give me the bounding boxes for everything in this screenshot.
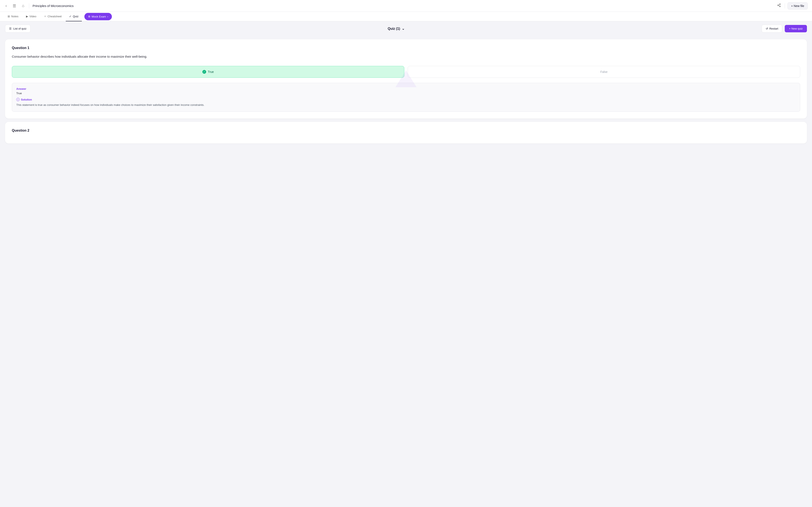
restart-button[interactable]: ↺ Restart [762,25,782,33]
page-title: Principles of Microeconomics [33,4,73,8]
tab-cheatsheet-label: Cheatsheet [48,15,62,18]
toolbar: ☰ List of quiz Quiz (1) ⌄ ↺ Restart + Ne… [0,21,812,36]
tab-quiz-label: Quiz [73,15,79,18]
menu-button[interactable]: ☰ [11,2,17,9]
quiz-title-button[interactable]: Quiz (1) ⌄ [388,26,405,31]
solution-label: i Solution [16,98,796,101]
tab-video[interactable]: ▶ Video [22,12,40,21]
check-icon: ✓ [202,70,206,74]
tab-video-label: Video [30,15,36,18]
new-quiz-label: + New quiz [789,27,803,30]
share-icon [777,3,781,7]
question-1-text: Consumer behavior describes how individu… [12,54,800,59]
restart-icon: ↺ [766,27,768,30]
true-label: True [208,70,214,73]
toolbar-center: Quiz (1) ⌄ [388,26,405,31]
svg-point-1 [777,5,778,6]
back-icon: ‹ [5,4,7,8]
solution-label-text: Solution [21,98,32,101]
tab-cheatsheet[interactable]: ✧ Cheatsheet [41,12,65,21]
tab-mock-exam-label: Mock Exam [92,15,106,18]
header-divider [29,3,29,8]
tab-notes[interactable]: ⊞ Notes [4,12,22,21]
list-of-quiz-label: List of quiz [13,27,27,30]
info-icon: i [16,98,20,101]
chevron-down-icon: ⌄ [402,26,405,31]
svg-line-4 [778,4,780,5]
watermark-logo [393,68,419,89]
svg-point-0 [779,4,780,5]
false-answer-button[interactable]: False [408,66,800,78]
toolbar-right: ↺ Restart + New quiz [762,25,807,33]
svg-point-2 [779,6,780,7]
list-icon: ☰ [9,27,12,30]
video-icon: ▶ [26,15,28,18]
header-left: ‹ ☰ ⌂ Principles of Microeconomics [4,2,772,9]
header: ‹ ☰ ⌂ Principles of Microeconomics + New… [0,0,812,12]
question-1-card: Question 1 Consumer behavior describes h… [5,39,807,118]
mock-exam-icon: ⊞ [88,15,90,18]
list-of-quiz-button[interactable]: ☰ List of quiz [5,25,31,33]
home-button[interactable]: ⌂ [21,2,26,9]
share-button[interactable] [776,2,782,9]
false-label: False [600,70,608,73]
answer-value: True [16,92,796,95]
quiz-title-label: Quiz (1) [388,27,400,31]
question-2-number: Question 2 [12,129,800,132]
back-button[interactable]: ‹ [4,2,8,9]
new-quiz-button[interactable]: + New quiz [785,25,807,32]
new-file-label: + New file [791,4,804,8]
tab-bar: ⊞ Notes ▶ Video ✧ Cheatsheet ✓ Quiz ⊞ Mo… [0,12,812,21]
true-answer-button[interactable]: ✓ True [12,66,404,78]
header-right: + New file [776,2,808,9]
main-content: Question 1 Consumer behavior describes h… [0,36,812,507]
cheatsheet-icon: ✧ [44,15,46,18]
svg-marker-5 [395,70,417,87]
home-icon: ⌂ [22,4,24,8]
solution-text: This statement is true as consumer behav… [16,103,796,107]
tab-mock-exam[interactable]: ⊞ Mock Exam › [84,13,112,20]
restart-label: Restart [769,27,778,30]
toolbar-left: ☰ List of quiz [5,25,31,33]
new-file-button[interactable]: + New file [788,2,808,9]
menu-icon: ☰ [13,4,16,8]
chevron-right-icon: › [107,15,108,18]
tab-notes-label: Notes [11,15,18,18]
tab-quiz[interactable]: ✓ Quiz [66,12,82,21]
svg-line-3 [778,5,780,6]
notes-icon: ⊞ [8,15,10,18]
quiz-icon: ✓ [69,15,71,18]
question-1-number: Question 1 [12,46,800,50]
question-2-card: Question 2 [5,122,807,144]
